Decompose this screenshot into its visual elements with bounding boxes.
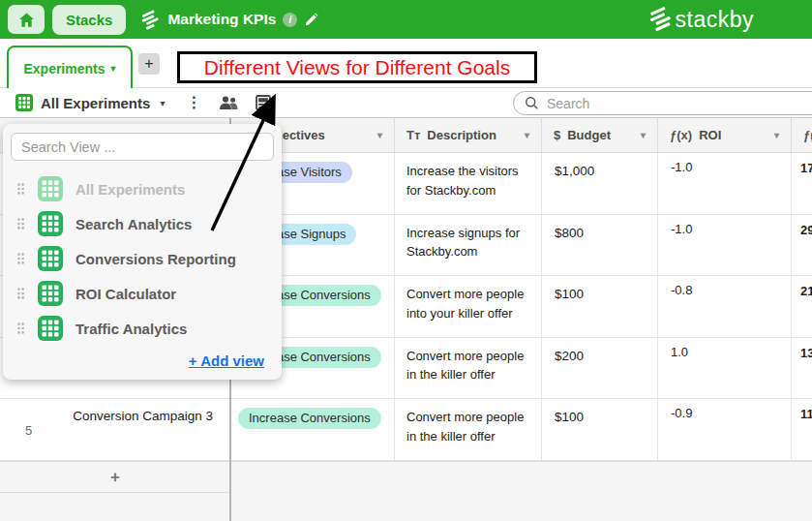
grid-view-icon bbox=[38, 211, 63, 236]
column-header-description[interactable]: Tᴛ Description ▾ bbox=[395, 118, 542, 153]
view-item-label: ROI Calculator bbox=[75, 286, 176, 302]
currency-type-icon: $ bbox=[554, 128, 560, 142]
view-item-label: All Experiments bbox=[75, 181, 185, 198]
annotation-callout: Different Views for Different Goals bbox=[177, 51, 537, 83]
chevron-down-icon: ▾ bbox=[111, 63, 116, 74]
info-icon[interactable]: i bbox=[283, 13, 297, 27]
stacks-label: Stacks bbox=[66, 12, 112, 28]
chevron-down-icon[interactable]: ▾ bbox=[525, 130, 529, 140]
formula-cell[interactable]: 21 bbox=[792, 276, 812, 338]
chevron-down-icon: ▾ bbox=[160, 98, 165, 108]
row-number: 5 bbox=[25, 422, 32, 437]
column-label: Budget bbox=[567, 128, 611, 142]
grid-view-icon bbox=[38, 316, 63, 341]
stackby-logo-icon bbox=[647, 6, 674, 33]
description-cell[interactable]: Increase the visitors for Stackby.com bbox=[395, 153, 542, 215]
table-row: 5Conversion Campaign 3Increase Conversio… bbox=[0, 399, 812, 461]
drag-handle-icon[interactable] bbox=[16, 287, 25, 300]
tab-label: Experiments bbox=[23, 61, 105, 77]
formula-cell[interactable]: 11 bbox=[792, 399, 812, 461]
row-name: Conversion Campaign 3 bbox=[73, 409, 213, 423]
view-search-input[interactable] bbox=[11, 133, 274, 161]
budget-cell[interactable]: $800 bbox=[542, 215, 658, 277]
drag-handle-icon[interactable] bbox=[16, 217, 25, 230]
top-bar: Stacks Marketing KPIs i stackby bbox=[0, 0, 812, 39]
add-view-link[interactable]: + Add view bbox=[189, 352, 264, 369]
view-item-traffic-analytics[interactable]: Traffic Analytics bbox=[3, 311, 282, 346]
stackby-logo-text: stackby bbox=[676, 7, 754, 33]
chevron-down-icon[interactable]: ▾ bbox=[774, 130, 779, 140]
text-type-icon: Tᴛ bbox=[406, 128, 420, 142]
budget-cell[interactable]: $100 bbox=[542, 399, 658, 461]
column-header-formula2[interactable]: ƒ(x) bbox=[792, 118, 812, 153]
drag-handle-icon[interactable] bbox=[16, 252, 25, 265]
table-footer-zone: + bbox=[0, 461, 812, 521]
description-cell[interactable]: Convert more people in the killer offer bbox=[395, 338, 542, 400]
roi-cell[interactable]: -1.0 bbox=[658, 215, 792, 277]
stackby-app: Stacks Marketing KPIs i stackby Experime… bbox=[0, 0, 812, 521]
view-item-label: Traffic Analytics bbox=[75, 321, 187, 337]
description-cell[interactable]: Increase signups for Stackby.com bbox=[395, 215, 542, 277]
view-switcher[interactable]: All Experiments ▾ bbox=[15, 94, 165, 111]
edit-pencil-icon[interactable] bbox=[304, 13, 318, 27]
view-item-roi-calculator[interactable]: ROI Calculator bbox=[3, 276, 282, 311]
views-dropdown: All ExperimentsSearch AnalyticsConversio… bbox=[3, 124, 282, 380]
budget-cell[interactable]: $1,000 bbox=[542, 153, 658, 215]
stackby-logo: stackby bbox=[647, 6, 754, 33]
view-item-conversions-reporting[interactable]: Conversions Reporting bbox=[3, 241, 282, 276]
view-item-all-experiments[interactable]: All Experiments bbox=[3, 171, 282, 206]
grid-view-icon bbox=[15, 94, 33, 111]
description-cell[interactable]: Convert more people in the killer offer bbox=[395, 399, 542, 461]
home-icon bbox=[17, 11, 36, 29]
stack-title: Marketing KPIs bbox=[167, 11, 276, 28]
add-table-button[interactable]: + bbox=[138, 53, 160, 75]
roi-cell[interactable]: -0.9 bbox=[658, 399, 792, 461]
row-height-icon[interactable] bbox=[256, 94, 274, 111]
column-header-budget[interactable]: $ Budget ▾ bbox=[542, 118, 658, 153]
budget-cell[interactable]: $200 bbox=[542, 338, 658, 400]
stacks-button[interactable]: Stacks bbox=[52, 5, 126, 35]
view-item-search-analytics[interactable]: Search Analytics bbox=[3, 206, 282, 241]
view-toolbar: All Experiments ▾ ⋮ bbox=[0, 88, 812, 118]
objective-cell[interactable]: Increase Conversions bbox=[230, 399, 395, 461]
budget-cell[interactable]: $100 bbox=[542, 276, 658, 338]
tab-bar: Experiments ▾ + Different Views for Diff… bbox=[0, 39, 812, 88]
annotation-text: Different Views for Different Goals bbox=[204, 56, 510, 79]
current-view-name: All Experiments bbox=[41, 95, 150, 111]
formula-type-icon: ƒ(x) bbox=[670, 128, 692, 142]
formula-cell[interactable]: 13 bbox=[792, 338, 812, 400]
view-item-label: Conversions Reporting bbox=[75, 251, 236, 267]
search-input[interactable] bbox=[547, 96, 760, 111]
objective-chip: Increase Conversions bbox=[238, 408, 381, 429]
name-cell[interactable]: 5Conversion Campaign 3 bbox=[0, 399, 230, 461]
tab-experiments[interactable]: Experiments ▾ bbox=[7, 46, 133, 89]
collaborators-icon[interactable] bbox=[218, 96, 239, 110]
formula-cell[interactable]: 17 bbox=[792, 153, 812, 215]
stack-layers-icon bbox=[139, 9, 161, 30]
search-box[interactable] bbox=[513, 91, 812, 115]
formula-type-icon: ƒ(x) bbox=[803, 128, 812, 142]
add-row-button[interactable]: + bbox=[0, 462, 230, 493]
grid-view-icon bbox=[38, 246, 63, 271]
roi-cell[interactable]: -1.0 bbox=[658, 153, 792, 215]
home-button[interactable] bbox=[8, 5, 45, 34]
search-icon bbox=[525, 96, 539, 110]
column-label: ROI bbox=[699, 128, 721, 142]
chevron-down-icon[interactable]: ▾ bbox=[377, 130, 382, 140]
description-cell[interactable]: Convert more people into your killer off… bbox=[395, 276, 542, 338]
drag-handle-icon[interactable] bbox=[16, 322, 25, 335]
roi-cell[interactable]: 1.0 bbox=[658, 338, 792, 400]
chevron-down-icon[interactable]: ▾ bbox=[641, 130, 646, 140]
column-label: Description bbox=[427, 128, 496, 142]
grid-view-icon bbox=[38, 281, 63, 306]
more-options-icon[interactable]: ⋮ bbox=[186, 95, 201, 110]
formula-cell[interactable]: 29 bbox=[792, 215, 812, 277]
column-header-roi[interactable]: ƒ(x) ROI ▾ bbox=[658, 118, 792, 153]
grid-view-icon bbox=[38, 176, 63, 201]
roi-cell[interactable]: -0.8 bbox=[658, 276, 792, 338]
drag-handle-icon[interactable] bbox=[16, 182, 25, 196]
view-item-label: Search Analytics bbox=[75, 216, 192, 232]
